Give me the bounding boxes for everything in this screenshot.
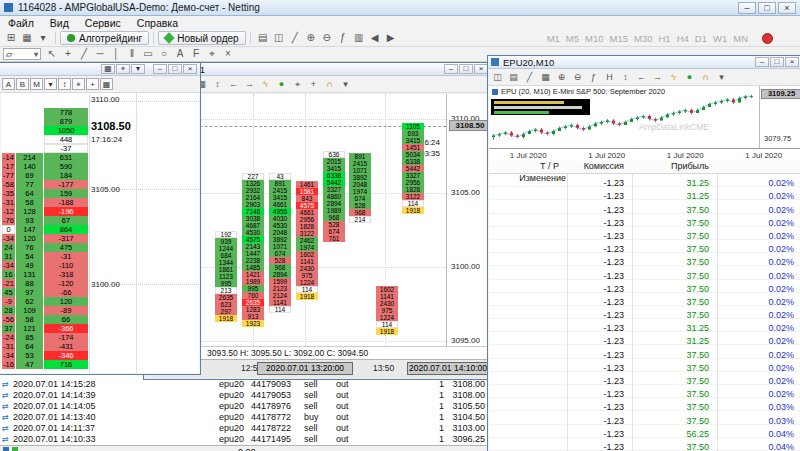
header-commission[interactable]: Комиссия xyxy=(567,161,632,173)
timeframe-M1[interactable]: M1 xyxy=(544,33,563,44)
dom-mode-b-button[interactable]: В xyxy=(16,78,29,90)
text-tool-icon[interactable]: A xyxy=(172,47,188,61)
chart-zoomin-icon[interactable]: ⊕ xyxy=(554,71,569,84)
new-order-button[interactable]: Новый ордер xyxy=(158,31,246,45)
menu-item-Вид[interactable]: Вид xyxy=(42,17,77,29)
positions-row[interactable]: -1.2337.500.02% xyxy=(489,240,800,253)
close-button[interactable]: × xyxy=(778,2,796,14)
positions-row[interactable]: -1.2331.250.02% xyxy=(489,174,800,187)
maximize-button[interactable]: □ xyxy=(758,2,776,14)
cluster-left-icon[interactable]: ← xyxy=(226,78,241,91)
dom-row[interactable]: -3158-188 xyxy=(1,198,199,207)
dom-updown-icon[interactable]: ↕ xyxy=(58,78,71,90)
cluster-price-axis[interactable]: 3110.00 3105.00 3100.00 3095.00 3108.50 xyxy=(446,94,490,346)
dom-row[interactable]: -14214631 xyxy=(1,153,199,162)
positions-row[interactable]: -1.2337.500.02% xyxy=(489,359,800,372)
positions-row[interactable]: -1.2337.500.02% xyxy=(489,293,800,306)
object-selector-combo[interactable]: ▱▾ xyxy=(3,48,41,60)
chart-titlebar[interactable]: EPU20,M10 –□× xyxy=(488,56,800,69)
chart-zoomout-icon[interactable]: ⊖ xyxy=(570,71,585,84)
cluster-right-icon[interactable]: → xyxy=(242,78,257,91)
cursor-icon[interactable]: ↖ xyxy=(44,47,60,61)
cluster-dropdown-icon[interactable]: ▾ xyxy=(338,78,353,91)
trendline-icon[interactable]: ╱ xyxy=(76,47,92,61)
chart-close-button[interactable]: × xyxy=(785,57,799,67)
chart-maximize-button[interactable]: □ xyxy=(770,57,784,67)
ellipse-icon[interactable]: ○ xyxy=(156,47,172,61)
dom-titlebar[interactable]: ▦⌖▾ –□× xyxy=(0,63,200,76)
timeframe-H4[interactable]: H4 xyxy=(674,33,692,44)
dom-row[interactable]: -3164-431 xyxy=(1,342,199,351)
cluster-live-icon[interactable]: ● xyxy=(274,78,289,91)
chart-line-icon[interactable]: ╱ xyxy=(522,71,537,84)
dom-center-icon[interactable]: ⌖ xyxy=(116,64,130,74)
cluster-center-icon[interactable]: ⌖ xyxy=(290,78,305,91)
positions-row[interactable]: -1.2337.500.02% xyxy=(489,214,800,227)
cluster-magnet-icon[interactable]: ∩ xyxy=(322,78,337,91)
dom-mode-m-button[interactable]: М xyxy=(30,78,43,90)
chart-right-icon[interactable]: → xyxy=(650,71,665,84)
positions-row[interactable]: -1.2337.500.02% xyxy=(489,372,800,385)
positions-row[interactable]: -1.2356.250.04% xyxy=(489,425,800,438)
chart-magnet-icon[interactable]: ∩ xyxy=(698,71,713,84)
timeframe-H1[interactable]: H1 xyxy=(656,33,674,44)
dom-volume-cell[interactable]: 879 xyxy=(44,117,88,126)
dom-maximize-button[interactable]: □ xyxy=(168,64,182,74)
scroll-right-icon[interactable]: ▶ xyxy=(383,31,399,45)
crosshair-icon[interactable]: + xyxy=(60,47,76,61)
cluster-add-icon[interactable]: + xyxy=(306,78,321,91)
chart-minimize-button[interactable]: – xyxy=(755,57,769,67)
positions-row[interactable]: -1.2331.250.02% xyxy=(489,332,800,345)
positions-row[interactable]: -1.2337.500.02% xyxy=(489,280,800,293)
dom-row[interactable]: 2476475 xyxy=(1,243,199,252)
dom-row[interactable]: -3564159 xyxy=(1,189,199,198)
window-controls[interactable]: –□× xyxy=(738,2,796,14)
dom-add-icon[interactable]: + xyxy=(86,78,99,90)
dom-row[interactable]: -3453-346 xyxy=(1,351,199,360)
menu-item-Сервис[interactable]: Сервис xyxy=(77,17,129,29)
vertical-line-icon[interactable]: │ xyxy=(108,47,124,61)
timeframe-MN[interactable]: MN xyxy=(730,33,751,44)
record-button[interactable] xyxy=(762,33,773,44)
cluster-window-controls[interactable]: –□× xyxy=(444,64,488,74)
algo-trading-button[interactable]: Алготрейдинг xyxy=(60,31,149,45)
dom-row[interactable]: -1647716 xyxy=(1,360,199,369)
dom-row[interactable]: -769367 xyxy=(1,216,199,225)
templates-icon[interactable]: ▥ xyxy=(351,31,367,45)
chart-xaxis[interactable]: 1 Jul 20201 Jul 20201 Jul 20201 Jul 2020 xyxy=(489,148,800,161)
dom-row[interactable]: -2188-120 xyxy=(1,279,199,288)
chart-window-controls[interactable]: –□× xyxy=(755,57,799,67)
dom-row[interactable]: -5877-177 xyxy=(1,180,199,189)
timeframe-M30[interactable]: M30 xyxy=(631,33,655,44)
dom-row[interactable]: 37121-366 xyxy=(1,324,199,333)
positions-row[interactable]: -1.2337.500.03% xyxy=(489,411,800,424)
scroll-left-icon[interactable]: ◀ xyxy=(367,31,383,45)
dom-row[interactable]: 0147864 xyxy=(1,225,199,234)
dom-row[interactable]: -12128-196 xyxy=(1,207,199,216)
timeframe-M5[interactable]: M5 xyxy=(563,33,582,44)
delete-objects-icon[interactable]: × xyxy=(220,47,236,61)
chart-bars-icon[interactable]: ▤ xyxy=(506,71,521,84)
dom-settings-icon[interactable]: ▦ xyxy=(101,64,115,74)
positions-row[interactable]: -1.2337.500.03% xyxy=(489,398,800,411)
positions-row[interactable]: -1.2331.250.02% xyxy=(489,319,800,332)
dom-volume-cell[interactable]: 778 xyxy=(44,108,88,117)
chart-live-icon[interactable]: ● xyxy=(682,71,697,84)
positions-row[interactable]: -1.2331.250.02% xyxy=(489,187,800,200)
bar-chart-icon[interactable]: ▤ xyxy=(255,31,271,45)
dom-recenter-icon[interactable]: ⌖ xyxy=(72,78,85,90)
positions-row[interactable]: -1.2337.500.02% xyxy=(489,306,800,319)
dom-row[interactable]: -34120-317 xyxy=(1,234,199,243)
chart-updown-icon[interactable]: ↕ xyxy=(618,71,633,84)
ruler-icon[interactable]: ⌖ xyxy=(204,47,220,61)
minimize-button[interactable]: – xyxy=(738,2,756,14)
new-chart-icon[interactable]: ⊞ xyxy=(3,31,19,45)
zoom-out-icon[interactable]: ⊖ xyxy=(319,31,335,45)
chart-candle-icon[interactable]: ◫ xyxy=(490,71,505,84)
dom-mode-a-button[interactable]: А xyxy=(2,78,15,90)
dom-row[interactable]: 4597-66 xyxy=(1,288,199,297)
dom-row[interactable]: -17140590 xyxy=(1,162,199,171)
indicators-icon[interactable]: ƒ xyxy=(335,31,351,45)
positions-row[interactable]: -1.2337.500.02% xyxy=(489,345,800,358)
line-chart-icon[interactable]: ╱ xyxy=(287,31,303,45)
